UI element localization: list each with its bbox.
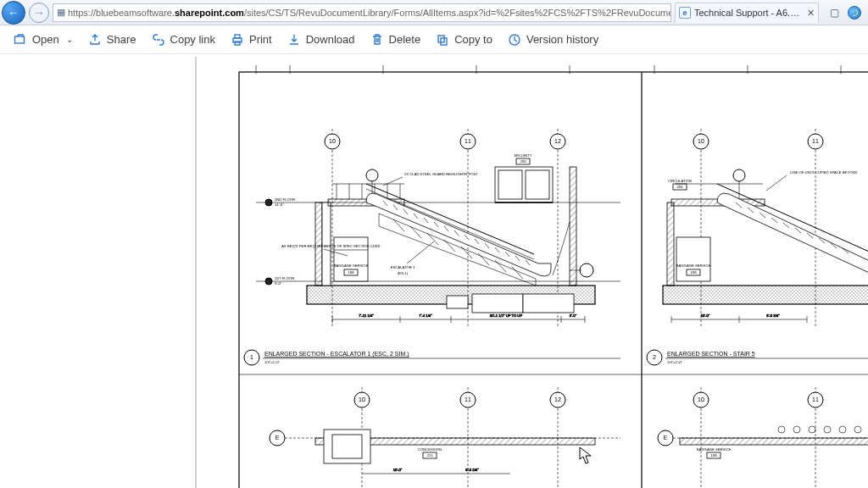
browser-titlebar: ← → ▦ https:// bluebeamsoftware. sharepo… bbox=[0, 0, 868, 25]
svg-text:10: 10 bbox=[359, 396, 365, 402]
open-button[interactable]: Open ⌄ bbox=[7, 28, 80, 52]
svg-text:6'-0 3/4": 6'-0 3/4" bbox=[465, 468, 479, 472]
svg-text:11: 11 bbox=[812, 138, 819, 144]
url-scheme: https:// bbox=[68, 8, 96, 18]
svg-text:2X CLAD STEEL GUARD RESILIGHTR: 2X CLAD STEEL GUARD RESILIGHTR POST bbox=[404, 172, 478, 176]
url-path: /sites/CS/TS/RevuDocumentLibrary/Forms/A… bbox=[244, 8, 671, 18]
svg-point-196 bbox=[793, 426, 800, 433]
svg-text:7'-4 1/4": 7'-4 1/4" bbox=[419, 313, 432, 318]
svg-text:6'-0 3/4": 6'-0 3/4" bbox=[766, 313, 780, 318]
svg-text:ENLARGED SECTION - ESCALATOR 1: ENLARGED SECTION - ESCALATOR 1 (ESC. 2 S… bbox=[264, 351, 409, 358]
ie-icon[interactable] bbox=[846, 4, 863, 21]
svg-text:E: E bbox=[275, 435, 280, 441]
print-button[interactable]: Print bbox=[224, 28, 279, 52]
svg-text:BAGGAGE SERVICE: BAGGAGE SERVICE bbox=[676, 263, 711, 268]
svg-text:2ND FLOOR: 2ND FLOOR bbox=[275, 197, 295, 202]
svg-rect-64 bbox=[526, 170, 549, 199]
svg-rect-3 bbox=[235, 42, 240, 45]
svg-text:1: 1 bbox=[250, 354, 253, 360]
download-label: Download bbox=[306, 33, 355, 46]
svg-point-199 bbox=[839, 426, 846, 433]
svg-text:10: 10 bbox=[329, 138, 336, 144]
drawing-sheet: 10 11 12 2ND FLOOR 14'-0" bbox=[197, 57, 868, 488]
svg-text:108: 108 bbox=[348, 270, 355, 274]
svg-rect-126 bbox=[667, 202, 674, 286]
svg-text:1/4"=1'-0": 1/4"=1'-0" bbox=[667, 360, 683, 364]
open-icon bbox=[14, 33, 27, 47]
svg-line-93 bbox=[383, 177, 403, 186]
svg-rect-42 bbox=[523, 294, 574, 313]
svg-text:CIRCULATION: CIRCULATION bbox=[668, 179, 692, 183]
svg-text:11: 11 bbox=[465, 396, 471, 402]
print-icon bbox=[231, 33, 244, 47]
panel-bottom-left: 10 11 12 E CONCESSION 215 10'- bbox=[270, 387, 620, 488]
url-prefix: bluebeamsoftware. bbox=[96, 8, 175, 18]
forward-button[interactable]: → bbox=[29, 3, 49, 23]
svg-point-30 bbox=[366, 169, 378, 181]
svg-point-200 bbox=[854, 426, 861, 433]
share-button[interactable]: Share bbox=[81, 28, 143, 52]
svg-line-85 bbox=[461, 247, 472, 258]
copy-to-label: Copy to bbox=[454, 33, 492, 46]
svg-line-98 bbox=[407, 241, 434, 263]
url-host: sharepoint.com bbox=[175, 8, 244, 18]
tab-close-button[interactable]: ✕ bbox=[807, 8, 815, 19]
svg-point-33 bbox=[265, 199, 272, 206]
svg-text:SECURITY: SECURITY bbox=[514, 153, 531, 158]
svg-line-83 bbox=[427, 233, 438, 245]
delete-button[interactable]: Delete bbox=[364, 28, 428, 52]
copy-link-label: Copy link bbox=[170, 33, 215, 46]
panel-bottom-right: 10 11 E BAGGAGE SERVICE 108 bbox=[658, 387, 868, 488]
svg-text:2: 2 bbox=[653, 354, 656, 360]
svg-text:(ES-1): (ES-1) bbox=[398, 271, 409, 275]
svg-line-84 bbox=[444, 240, 455, 252]
version-history-label: Version history bbox=[526, 33, 598, 46]
svg-text:10: 10 bbox=[698, 138, 704, 144]
svg-text:108: 108 bbox=[711, 453, 718, 458]
document-viewer[interactable]: 10 11 12 2ND FLOOR 14'-0" bbox=[0, 54, 868, 488]
copy-link-button[interactable]: Copy link bbox=[145, 28, 222, 52]
browser-tab[interactable]: e Technical Support - A6.06 - ... ✕ bbox=[675, 3, 819, 23]
version-history-button[interactable]: Version history bbox=[501, 28, 605, 52]
svg-rect-0 bbox=[15, 36, 25, 43]
svg-text:ENLARGED SECTION - STAIR 5: ENLARGED SECTION - STAIR 5 bbox=[667, 351, 755, 357]
document-command-bar: Open ⌄ Share Copy link Print Download De… bbox=[0, 25, 868, 54]
download-button[interactable]: Download bbox=[281, 28, 362, 52]
svg-point-195 bbox=[778, 426, 785, 433]
panel-escalator: 10 11 12 2ND FLOOR 14'-0" bbox=[244, 129, 620, 365]
print-label: Print bbox=[249, 33, 272, 46]
svg-text:12: 12 bbox=[554, 396, 561, 402]
trash-icon bbox=[370, 33, 384, 47]
svg-text:1ST FLOOR: 1ST FLOOR bbox=[275, 276, 294, 280]
copy-icon bbox=[436, 33, 449, 47]
svg-text:10'-0": 10'-0" bbox=[701, 313, 710, 318]
svg-text:0'-0": 0'-0" bbox=[275, 281, 282, 286]
page-icon: ▦ bbox=[57, 7, 65, 18]
svg-line-147 bbox=[766, 175, 787, 191]
svg-text:E: E bbox=[664, 435, 668, 441]
svg-rect-191 bbox=[680, 438, 868, 445]
sharepoint-favicon-icon: e bbox=[679, 7, 691, 19]
svg-point-90 bbox=[580, 263, 593, 277]
arrow-right-icon: → bbox=[33, 7, 45, 19]
svg-text:AS REQ'D PER REQUIREMENTS OF S: AS REQ'D PER REQUIREMENTS OF SPEC SECTIO… bbox=[281, 244, 381, 248]
new-tab-button[interactable]: ▢ bbox=[826, 4, 843, 21]
svg-text:12: 12 bbox=[554, 138, 561, 144]
share-label: Share bbox=[107, 33, 136, 46]
address-bar[interactable]: ▦ https:// bluebeamsoftware. sharepoint.… bbox=[53, 3, 671, 22]
back-button[interactable]: ← bbox=[2, 1, 25, 25]
arrow-left-icon: ← bbox=[8, 7, 19, 19]
svg-text:1/4"=1'-0": 1/4"=1'-0" bbox=[264, 360, 281, 364]
copy-to-button[interactable]: Copy to bbox=[429, 28, 499, 52]
svg-text:10: 10 bbox=[698, 396, 704, 402]
svg-point-123 bbox=[733, 169, 745, 181]
chevron-down-icon: ⌄ bbox=[66, 35, 73, 44]
svg-rect-63 bbox=[498, 170, 522, 199]
svg-text:3'-0": 3'-0" bbox=[570, 313, 577, 318]
svg-text:ESCALATOR 1: ESCALATOR 1 bbox=[391, 265, 415, 269]
svg-text:250: 250 bbox=[520, 159, 527, 164]
svg-text:204: 204 bbox=[677, 185, 684, 189]
share-icon bbox=[88, 33, 102, 47]
svg-text:11: 11 bbox=[812, 396, 819, 402]
tab-title: Technical Support - A6.06 - ... bbox=[694, 8, 804, 18]
